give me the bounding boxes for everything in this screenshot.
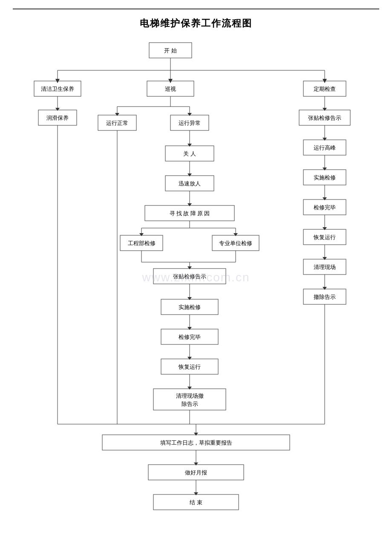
peak-label: 运行高峰 <box>314 145 336 151</box>
engineering-label: 工程部检修 <box>128 240 156 246</box>
svg-text:清理现场撤: 清理现场撤 <box>176 393 204 399</box>
clean-scene2-label: 清理现场 <box>314 264 336 270</box>
page: 电梯维护保养工作流程图 www.zixin.com.cn 开 始 清洁卫生保养 … <box>0 0 392 555</box>
normal-label: 运行正常 <box>106 120 128 126</box>
clean-label: 清洁卫生保养 <box>41 86 74 92</box>
flowchart-svg: 开 始 清洁卫生保养 润滑保养 巡视 运行正常 运行异常 关 人 迅速放人 寻 … <box>13 38 379 529</box>
remove-notice-label: 撤除告示 <box>314 294 336 300</box>
specialist-label: 专业单位检修 <box>219 240 252 246</box>
trapped-label: 关 人 <box>183 150 196 157</box>
rescue-label: 迅速放人 <box>179 180 201 187</box>
resume2-label: 恢复运行 <box>313 234 336 240</box>
repair1-label: 实施检修 <box>179 304 201 310</box>
page-title: 电梯维护保养工作流程图 <box>13 17 379 30</box>
lubricate-label: 润滑保养 <box>46 115 69 121</box>
complete1-label: 检修完毕 <box>179 334 201 340</box>
find-fault-label: 寻 找 故 障 原 因 <box>170 210 210 217</box>
patrol-label: 巡视 <box>165 86 176 92</box>
post-notice1-label: 张贴检修告示 <box>173 273 206 280</box>
repair2-label: 实施检修 <box>314 174 336 181</box>
monthly-label: 做好月报 <box>185 469 207 476</box>
abnormal-label: 运行异常 <box>179 120 201 126</box>
end-label: 结 束 <box>190 499 202 506</box>
svg-text:除告示: 除告示 <box>182 401 198 407</box>
top-border <box>13 9 379 9</box>
fill-log-label: 填写工作日志，草拟重要报告 <box>160 439 232 446</box>
resume1-label: 恢复运行 <box>178 364 201 370</box>
post-notice2-label: 张贴检修告示 <box>308 115 341 121</box>
complete2-label: 检修完毕 <box>314 204 336 211</box>
periodic-label: 定期检查 <box>314 86 336 92</box>
start-label: 开 始 <box>164 47 176 54</box>
